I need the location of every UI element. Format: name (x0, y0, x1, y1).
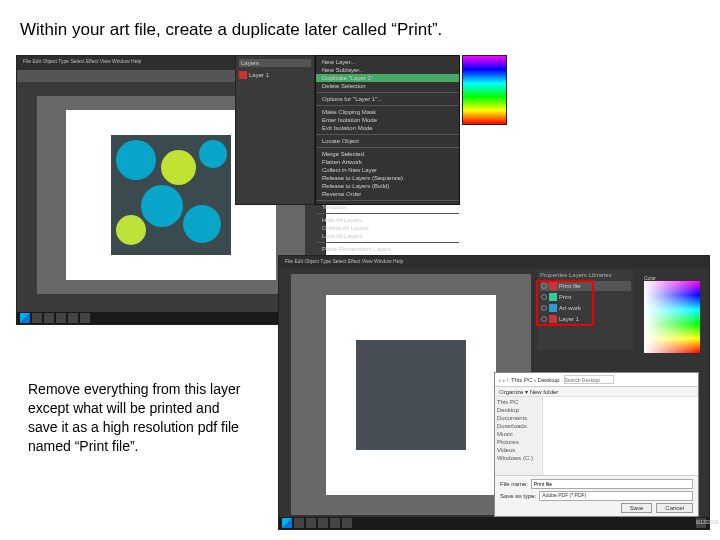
menu-item[interactable]: Release to Layers (Sequence) (316, 174, 459, 182)
menu-item[interactable]: Merge Selected (316, 150, 459, 158)
menu-item-duplicate[interactable]: Duplicate "Layer 1" (316, 74, 459, 82)
filename-input[interactable] (531, 479, 693, 489)
menu-item[interactable]: Flatten Artwork (316, 158, 459, 166)
sidebar-item[interactable]: Downloads (497, 423, 540, 429)
layers-panel: Properties Layers Libraries Print file P… (538, 270, 633, 350)
instruction-title: Within your art file, create a duplicate… (20, 20, 442, 40)
menu-item[interactable]: Lock All Layers (316, 232, 459, 240)
print-rectangle (356, 340, 466, 450)
taskbar-clock: 6/13/2019 (696, 518, 706, 528)
menu-item[interactable]: Locate Object (316, 137, 459, 145)
menu-item[interactable]: Enter Isolation Mode (316, 116, 459, 124)
artwork-pattern (111, 135, 231, 255)
menu-item[interactable]: Reverse Order (316, 190, 459, 198)
menu-item[interactable]: New Sublayer... (316, 66, 459, 74)
layer-row[interactable]: Art work (540, 303, 631, 313)
color-spectrum (644, 281, 700, 353)
sidebar-item[interactable]: Desktop (497, 407, 540, 413)
sidebar-item[interactable]: Windows (C:) (497, 455, 540, 461)
save-as-dialog: ‹ › ↑ This PC › Desktop Organize ▾ New f… (494, 372, 699, 517)
sidebar-item[interactable]: Documents (497, 415, 540, 421)
start-icon (20, 313, 30, 323)
filename-label: File name: (500, 481, 528, 487)
menu-item[interactable]: Template (316, 203, 459, 211)
layers-panel-with-menu: Layers Layer 1 New Layer... New Sublayer… (235, 55, 460, 205)
layer-row[interactable]: Print file (540, 281, 631, 291)
layers-tab: Layers (239, 59, 311, 67)
dialog-nav: ‹ › ↑ This PC › Desktop (495, 373, 698, 387)
windows-taskbar: 6/13/2019 (279, 517, 709, 529)
menu-item[interactable]: Paste Remembers Layers (316, 245, 459, 253)
menu-item[interactable]: Hide All Layers (316, 216, 459, 224)
dialog-filelist (543, 397, 698, 475)
color-panel: Color (641, 272, 703, 362)
dialog-sidebar: This PC Desktop Documents Downloads Musi… (495, 397, 543, 475)
menu-item[interactable]: Delete Selection (316, 82, 459, 90)
menu-item[interactable]: Make Clipping Mask (316, 108, 459, 116)
sidebar-item[interactable]: This PC (497, 399, 540, 405)
sidebar-item[interactable]: Music (497, 431, 540, 437)
layer-row[interactable]: Layer 1 (540, 314, 631, 324)
search-input[interactable] (564, 375, 614, 384)
save-button[interactable]: Save (621, 503, 653, 513)
color-spectrum (462, 55, 507, 125)
filetype-label: Save as type: (500, 493, 536, 499)
app-menubar: File Edit Object Type Select Effect View… (279, 256, 709, 268)
screenshot-2: File Edit Object Type Select Effect View… (278, 255, 710, 530)
layer-row: Layer 1 (239, 71, 311, 79)
menu-item[interactable]: Release to Layers (Build) (316, 182, 459, 190)
cancel-button[interactable]: Cancel (656, 503, 693, 513)
start-icon (282, 518, 292, 528)
panel-tabs: Properties Layers Libraries (540, 272, 631, 278)
sidebar-item[interactable]: Pictures (497, 439, 540, 445)
dialog-toolbar: Organize ▾ New folder (495, 387, 698, 397)
layers-panel: Layers Layer 1 (235, 55, 315, 205)
menu-item[interactable]: Collect in New Layer (316, 166, 459, 174)
layer-row[interactable]: Print (540, 292, 631, 302)
layer-context-menu: New Layer... New Sublayer... Duplicate "… (315, 55, 460, 205)
menu-item[interactable]: Options for "Layer 1"... (316, 95, 459, 103)
filetype-dropdown[interactable]: Adobe PDF (*.PDF) (539, 491, 693, 501)
sidebar-item[interactable]: Videos (497, 447, 540, 453)
menu-item[interactable]: Outline All Layers (316, 224, 459, 232)
menu-item[interactable]: New Layer... (316, 58, 459, 66)
menu-item[interactable]: Exit Isolation Mode (316, 124, 459, 132)
instruction-caption: Remove everything from this layer except… (28, 380, 248, 456)
artboard (326, 295, 496, 495)
